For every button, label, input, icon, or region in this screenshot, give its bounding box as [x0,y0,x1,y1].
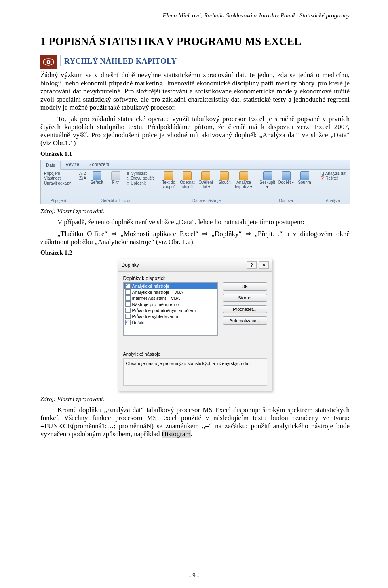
figure-2-source: Zdroj: Vlastní zpracování. [40,396,350,403]
checkbox-icon[interactable] [125,295,131,301]
highlight-histogram: Histogram [162,430,191,438]
figure-1-label: Obrázek 1.1 [40,151,350,157]
subtotal-button[interactable]: Souhrn [297,171,313,185]
list-item[interactable]: Průvodce podmíněným součtem [124,307,217,313]
checkbox-icon[interactable] [125,308,131,313]
paragraph-3a: V případě, že tento doplněk není ve slož… [40,218,350,226]
paragraph-2: To, jak pro základní statistické operace… [40,115,350,147]
automation-button[interactable]: Automatizace... [223,316,267,325]
list-item[interactable]: Průvodce vyhledáváním [124,313,217,319]
consolidate-button[interactable]: Sloučit [216,171,232,185]
svg-point-2 [48,61,49,63]
ribbon-tab-data[interactable]: Data [41,161,61,170]
checkbox-icon[interactable] [125,314,131,319]
browse-button[interactable]: Procházet... [223,305,267,313]
dialog-description: Obsahuje nástroje pro analýzu statistick… [123,358,267,386]
sort-button[interactable]: Seřadit [89,171,105,185]
whatif-button[interactable]: Analýza hypotéz ▾ [235,171,252,189]
addins-listbox[interactable]: Analytické nástrojeAnalytické nástroje –… [123,282,218,336]
text-to-columns-button[interactable]: Text do sloupců [160,171,177,189]
figure-2-label: Obrázek 1.2 [40,249,350,256]
group-button[interactable]: Seskupit ▾ [259,171,276,189]
list-item[interactable]: Internet Assistant – VBA [124,295,217,301]
addins-dialog: Doplňky ? ✕ Doplňky k dispozici: Analyti… [118,259,272,391]
eye-icon [40,55,57,69]
solver-button[interactable]: ❓ Řešitel [320,176,347,180]
ok-button[interactable]: OK [223,282,267,291]
list-item[interactable]: Řešitel [124,319,217,325]
ribbon-tab-revize[interactable]: Revize [61,160,84,169]
help-icon[interactable]: ? [247,261,257,269]
listbox-label: Doplňky k dispozici: [123,276,267,281]
data-analysis-button[interactable]: 📊 Analýza dat [320,171,347,176]
cancel-button[interactable]: Storno [223,294,267,302]
ribbon-tab-zobrazeni[interactable]: Zobrazení [84,160,115,169]
dialog-subtitle: Analytické nástroje [123,352,267,357]
chapter-title: 1 POPISNÁ STATISTIKA V PROGRAMU MS EXCEL [40,35,350,48]
checkbox-icon[interactable] [125,283,131,289]
ribbon-connections[interactable]: Připojení Vlastnosti Upravit odkazy [44,171,72,185]
figure-1-source: Zdroj: Vlastní zpracování. [40,208,350,215]
paragraph-3b: „Tlačítko Office“ ⇒ „Možnosti aplikace E… [40,229,350,246]
lead-paragraph: Žádný výzkum se v dnešní době nevyhne st… [40,71,350,112]
page-number: - 9 - [0,572,388,579]
section-subheading: RYCHLÝ NÁHLED KAPITOLY [60,55,350,66]
ungroup-button[interactable]: Oddělit ▾ [278,171,294,185]
checkbox-icon[interactable] [125,301,131,307]
checkbox-icon[interactable] [125,289,131,295]
list-item[interactable]: Analytické nástroje [124,283,217,289]
data-validation-button[interactable]: Ověření dat ▾ [198,171,214,189]
filter-button[interactable]: Filtr [108,171,124,185]
close-icon[interactable]: ✕ [259,261,269,269]
excel-ribbon-figure: Data Revize Zobrazení Připojení Vlastnos… [40,160,350,204]
list-item[interactable]: Analytické nástroje – VBA [124,289,217,295]
dialog-title: Doplňky [122,262,139,268]
paragraph-4: Kromě doplňku „Analýza dat“ tabulkový pr… [40,406,350,438]
checkbox-icon[interactable] [125,320,131,325]
page-header: Elena Mielcová, Radmila Stoklasová a Jar… [40,12,350,19]
list-item[interactable]: Nástroje pro měnu euro [124,301,217,307]
remove-duplicates-button[interactable]: Odebrat stejné [179,171,195,189]
